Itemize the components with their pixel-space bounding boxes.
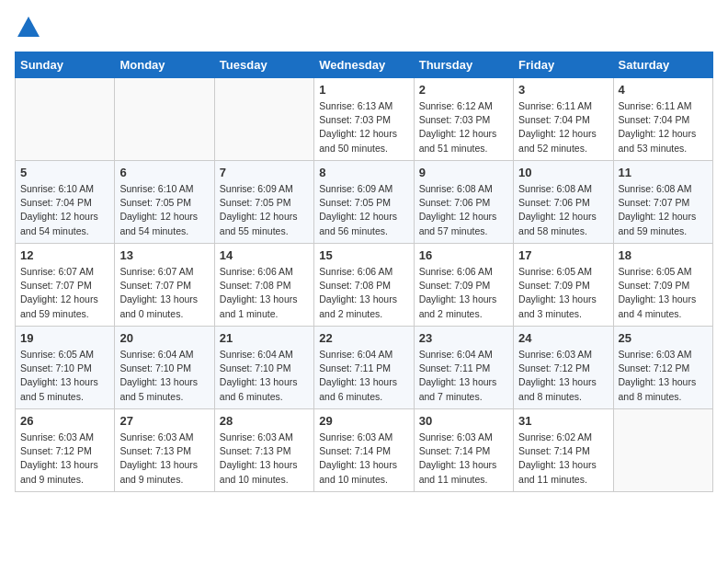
day-number: 10: [518, 166, 608, 179]
day-number: 22: [319, 331, 408, 345]
calendar-cell: 13 Sunrise: 6:07 AM Sunset: 7:07 PM Dayl…: [115, 244, 214, 327]
day-info: Sunrise: 6:06 AM Sunset: 7:08 PM Dayligh…: [319, 265, 408, 321]
day-number: 30: [419, 414, 508, 428]
day-number: 26: [20, 414, 109, 428]
day-info: Sunrise: 6:07 AM Sunset: 7:07 PM Dayligh…: [119, 265, 209, 321]
calendar-cell: 5 Sunrise: 6:10 AM Sunset: 7:04 PM Dayli…: [16, 161, 115, 244]
calendar-cell: 7 Sunrise: 6:09 AM Sunset: 7:05 PM Dayli…: [214, 161, 313, 244]
day-number: 16: [419, 248, 508, 262]
calendar-cell: 26 Sunrise: 6:03 AM Sunset: 7:12 PM Dayl…: [16, 409, 115, 492]
day-number: 2: [419, 83, 508, 97]
calendar-cell: 1 Sunrise: 6:13 AM Sunset: 7:03 PM Dayli…: [314, 78, 414, 161]
day-info: Sunrise: 6:06 AM Sunset: 7:08 PM Dayligh…: [220, 265, 309, 321]
day-number: 14: [220, 248, 309, 262]
calendar-cell: 2 Sunrise: 6:12 AM Sunset: 7:03 PM Dayli…: [414, 78, 513, 161]
logo-icon: [16, 15, 41, 40]
day-info: Sunrise: 6:03 AM Sunset: 7:13 PM Dayligh…: [119, 431, 209, 487]
day-number: 12: [20, 248, 109, 262]
day-number: 13: [119, 248, 209, 262]
calendar-cell: 29 Sunrise: 6:03 AM Sunset: 7:14 PM Dayl…: [314, 409, 414, 492]
weekday-header-row: SundayMondayTuesdayWednesdayThursdayFrid…: [16, 52, 713, 78]
day-number: 24: [518, 331, 608, 345]
day-info: Sunrise: 6:06 AM Sunset: 7:09 PM Dayligh…: [419, 265, 508, 321]
day-number: 11: [619, 166, 708, 179]
calendar-cell: 9 Sunrise: 6:08 AM Sunset: 7:06 PM Dayli…: [414, 161, 513, 244]
logo: [15, 15, 42, 40]
calendar-cell: 12 Sunrise: 6:07 AM Sunset: 7:07 PM Dayl…: [16, 244, 115, 327]
day-number: 4: [619, 83, 708, 97]
day-info: Sunrise: 6:03 AM Sunset: 7:14 PM Dayligh…: [419, 431, 508, 487]
calendar-cell: 30 Sunrise: 6:03 AM Sunset: 7:14 PM Dayl…: [414, 409, 513, 492]
weekday-header-tuesday: Tuesday: [214, 52, 313, 78]
day-number: 25: [619, 331, 708, 345]
calendar-week-2: 5 Sunrise: 6:10 AM Sunset: 7:04 PM Dayli…: [16, 161, 713, 244]
calendar-cell: 21 Sunrise: 6:04 AM Sunset: 7:10 PM Dayl…: [214, 327, 313, 409]
calendar-cell: 28 Sunrise: 6:03 AM Sunset: 7:13 PM Dayl…: [214, 409, 313, 492]
calendar-cell: 17 Sunrise: 6:05 AM Sunset: 7:09 PM Dayl…: [514, 244, 613, 327]
calendar-cell: 4 Sunrise: 6:11 AM Sunset: 7:04 PM Dayli…: [613, 78, 712, 161]
day-number: 17: [518, 248, 608, 262]
calendar-cell: 25 Sunrise: 6:03 AM Sunset: 7:12 PM Dayl…: [613, 327, 712, 409]
calendar-week-1: 1 Sunrise: 6:13 AM Sunset: 7:03 PM Dayli…: [16, 78, 713, 161]
calendar-week-3: 12 Sunrise: 6:07 AM Sunset: 7:07 PM Dayl…: [16, 244, 713, 327]
calendar-cell: [16, 78, 115, 161]
calendar-cell: 27 Sunrise: 6:03 AM Sunset: 7:13 PM Dayl…: [115, 409, 214, 492]
day-number: 20: [119, 331, 209, 345]
day-info: Sunrise: 6:09 AM Sunset: 7:05 PM Dayligh…: [220, 182, 309, 238]
weekday-header-thursday: Thursday: [414, 52, 513, 78]
day-number: 28: [220, 414, 309, 428]
day-info: Sunrise: 6:03 AM Sunset: 7:12 PM Dayligh…: [20, 431, 109, 487]
day-number: 15: [319, 248, 408, 262]
weekday-header-sunday: Sunday: [16, 52, 115, 78]
day-number: 6: [119, 166, 209, 179]
day-info: Sunrise: 6:03 AM Sunset: 7:12 PM Dayligh…: [518, 348, 608, 404]
day-number: 7: [220, 166, 309, 179]
weekday-header-wednesday: Wednesday: [314, 52, 414, 78]
calendar-cell: 16 Sunrise: 6:06 AM Sunset: 7:09 PM Dayl…: [414, 244, 513, 327]
day-number: 19: [20, 331, 109, 345]
calendar-cell: 24 Sunrise: 6:03 AM Sunset: 7:12 PM Dayl…: [514, 327, 613, 409]
day-number: 23: [419, 331, 508, 345]
calendar-week-5: 26 Sunrise: 6:03 AM Sunset: 7:12 PM Dayl…: [16, 409, 713, 492]
day-number: 9: [419, 166, 508, 179]
weekday-header-saturday: Saturday: [613, 52, 712, 78]
day-info: Sunrise: 6:04 AM Sunset: 7:11 PM Dayligh…: [319, 348, 408, 404]
day-number: 1: [319, 83, 408, 97]
day-info: Sunrise: 6:05 AM Sunset: 7:10 PM Dayligh…: [20, 348, 109, 404]
calendar-cell: 10 Sunrise: 6:08 AM Sunset: 7:06 PM Dayl…: [514, 161, 613, 244]
day-info: Sunrise: 6:03 AM Sunset: 7:13 PM Dayligh…: [220, 431, 309, 487]
day-info: Sunrise: 6:04 AM Sunset: 7:10 PM Dayligh…: [220, 348, 309, 404]
calendar-cell: 14 Sunrise: 6:06 AM Sunset: 7:08 PM Dayl…: [214, 244, 313, 327]
day-info: Sunrise: 6:09 AM Sunset: 7:05 PM Dayligh…: [319, 182, 408, 238]
calendar-cell: 20 Sunrise: 6:04 AM Sunset: 7:10 PM Dayl…: [115, 327, 214, 409]
calendar-table: SundayMondayTuesdayWednesdayThursdayFrid…: [15, 52, 713, 492]
calendar-cell: 31 Sunrise: 6:02 AM Sunset: 7:14 PM Dayl…: [514, 409, 613, 492]
day-info: Sunrise: 6:12 AM Sunset: 7:03 PM Dayligh…: [419, 99, 508, 155]
calendar-cell: [613, 409, 712, 492]
day-number: 31: [518, 414, 608, 428]
day-info: Sunrise: 6:10 AM Sunset: 7:04 PM Dayligh…: [20, 182, 109, 238]
day-info: Sunrise: 6:08 AM Sunset: 7:06 PM Dayligh…: [518, 182, 608, 238]
day-info: Sunrise: 6:11 AM Sunset: 7:04 PM Dayligh…: [518, 99, 608, 155]
day-number: 8: [319, 166, 408, 179]
calendar-cell: [115, 78, 214, 161]
page-header: [15, 15, 713, 40]
day-info: Sunrise: 6:07 AM Sunset: 7:07 PM Dayligh…: [20, 265, 109, 321]
day-info: Sunrise: 6:11 AM Sunset: 7:04 PM Dayligh…: [619, 99, 708, 155]
weekday-header-friday: Friday: [514, 52, 613, 78]
day-info: Sunrise: 6:04 AM Sunset: 7:11 PM Dayligh…: [419, 348, 508, 404]
day-info: Sunrise: 6:05 AM Sunset: 7:09 PM Dayligh…: [518, 265, 608, 321]
day-info: Sunrise: 6:04 AM Sunset: 7:10 PM Dayligh…: [119, 348, 209, 404]
day-info: Sunrise: 6:08 AM Sunset: 7:07 PM Dayligh…: [619, 182, 708, 238]
calendar-cell: 18 Sunrise: 6:05 AM Sunset: 7:09 PM Dayl…: [613, 244, 712, 327]
calendar-week-4: 19 Sunrise: 6:05 AM Sunset: 7:10 PM Dayl…: [16, 327, 713, 409]
day-info: Sunrise: 6:13 AM Sunset: 7:03 PM Dayligh…: [319, 99, 408, 155]
day-info: Sunrise: 6:10 AM Sunset: 7:05 PM Dayligh…: [119, 182, 209, 238]
calendar-cell: 11 Sunrise: 6:08 AM Sunset: 7:07 PM Dayl…: [613, 161, 712, 244]
calendar-cell: 19 Sunrise: 6:05 AM Sunset: 7:10 PM Dayl…: [16, 327, 115, 409]
day-info: Sunrise: 6:02 AM Sunset: 7:14 PM Dayligh…: [518, 431, 608, 487]
svg-marker-0: [17, 17, 40, 37]
day-number: 3: [518, 83, 608, 97]
day-info: Sunrise: 6:03 AM Sunset: 7:12 PM Dayligh…: [619, 348, 708, 404]
day-number: 27: [119, 414, 209, 428]
